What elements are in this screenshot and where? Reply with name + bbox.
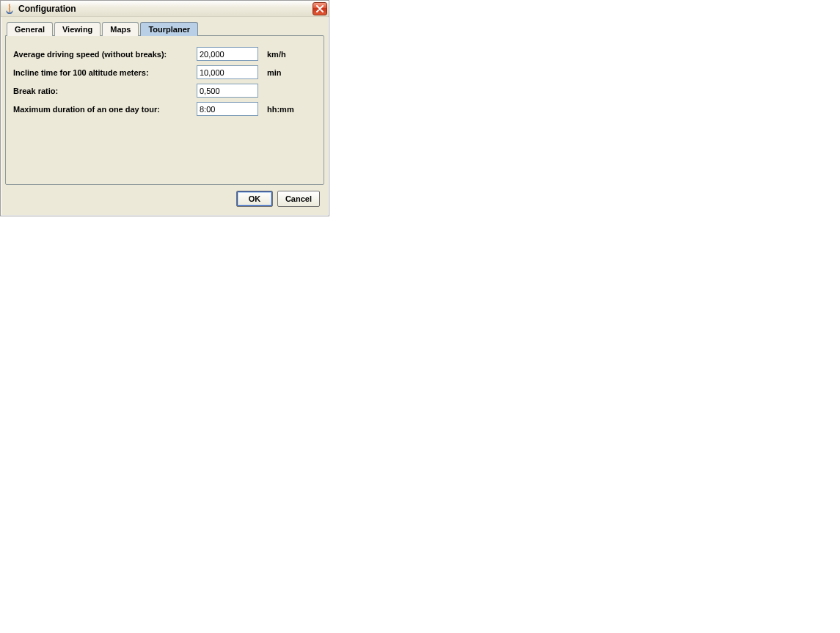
label-incline-time: Incline time for 100 altitude meters: bbox=[13, 68, 197, 77]
input-break-ratio[interactable] bbox=[197, 84, 258, 98]
unit-average-speed: km/h bbox=[267, 50, 286, 59]
row-break-ratio: Break ratio: bbox=[13, 81, 316, 100]
input-incline-time[interactable] bbox=[197, 65, 258, 79]
tab-viewing[interactable]: Viewing bbox=[54, 22, 101, 36]
java-app-icon bbox=[4, 3, 15, 15]
label-break-ratio: Break ratio: bbox=[13, 87, 197, 95]
tourplaner-panel: Average driving speed (without breaks): … bbox=[5, 35, 324, 185]
tab-tourplaner[interactable]: Tourplaner bbox=[140, 22, 198, 36]
row-max-duration: Maximum duration of an one day tour: hh:… bbox=[13, 100, 316, 118]
row-average-speed: Average driving speed (without breaks): … bbox=[13, 45, 316, 63]
input-max-duration[interactable] bbox=[197, 102, 258, 116]
close-icon bbox=[316, 5, 324, 12]
panel-spacer bbox=[13, 118, 316, 177]
label-max-duration: Maximum duration of an one day tour: bbox=[13, 105, 197, 114]
tab-bar: General Viewing Maps Tourplaner bbox=[5, 21, 324, 35]
close-button[interactable] bbox=[313, 2, 327, 15]
cancel-button[interactable]: Cancel bbox=[277, 191, 320, 207]
ok-button[interactable]: OK bbox=[236, 191, 273, 207]
unit-max-duration: hh:mm bbox=[267, 105, 294, 114]
input-average-speed[interactable] bbox=[197, 47, 258, 61]
row-incline-time: Incline time for 100 altitude meters: mi… bbox=[13, 63, 316, 81]
unit-incline-time: min bbox=[267, 68, 282, 77]
dialog-content: General Viewing Maps Tourplaner Average … bbox=[1, 17, 329, 216]
window-title: Configuration bbox=[18, 4, 76, 14]
tab-general[interactable]: General bbox=[7, 22, 53, 36]
dialog-button-row: OK Cancel bbox=[5, 185, 324, 210]
titlebar[interactable]: Configuration bbox=[1, 1, 329, 17]
tab-maps[interactable]: Maps bbox=[102, 22, 139, 36]
label-average-speed: Average driving speed (without breaks): bbox=[13, 50, 197, 59]
configuration-dialog: Configuration General Viewing Maps Tourp… bbox=[0, 0, 329, 216]
